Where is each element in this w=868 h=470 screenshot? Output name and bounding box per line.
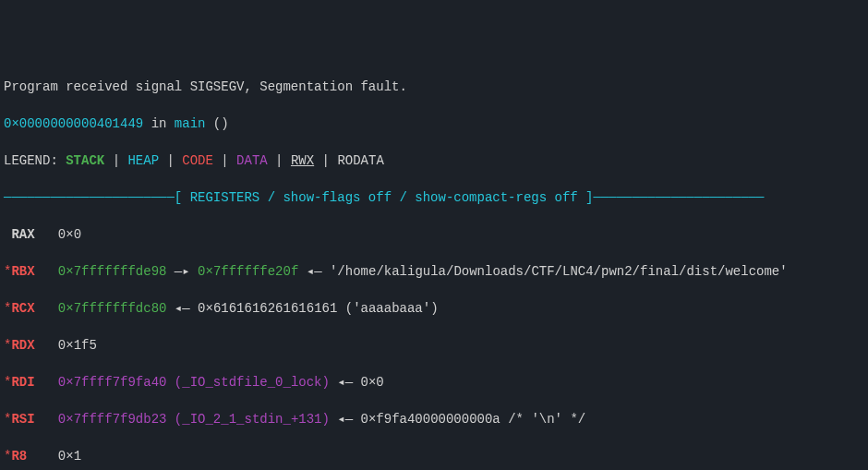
reg-val-rcx: 0×7fffffffdc80 (58, 301, 167, 316)
reg-tail-rsi: 0×f9fa40000000000a /* '\n' */ (361, 412, 586, 427)
legend-rwx: RWX (291, 153, 314, 168)
pipe-5: | (314, 153, 337, 168)
pipe-4: | (268, 153, 291, 168)
reg-name-rdx: RDX (11, 338, 34, 353)
reg-rdi: *RDI 0×7ffff7f9fa40 (_IO_stdfile_0_lock)… (4, 373, 864, 392)
legend-data: DATA (236, 153, 268, 168)
reg-name-rsi: RSI (11, 412, 34, 427)
crash-paren: () (205, 116, 228, 131)
reg-val-rdi: 0×7ffff7f9fa40 (_IO_stdfile_0_lock) (58, 375, 330, 390)
reg-tail-rbx: '/home/kaligula/Downloads/CTF/LNC4/pwn2/… (330, 264, 788, 279)
reg-val-rbx1: 0×7fffffffde98 (58, 264, 167, 279)
reg-val-rdx: 0×1f5 (58, 338, 97, 353)
reg-val-r8: 0×1 (58, 449, 81, 464)
arrow-left-icon-4: ◂— (330, 412, 361, 427)
legend-rodata: RODATA (337, 153, 383, 168)
section-header-registers: ──────────────────────[ REGISTERS / show… (4, 188, 864, 207)
reg-name-rax: RAX (4, 227, 35, 242)
reg-name-rbx: RBX (11, 264, 34, 279)
reg-tail-rcx: 0×6161616261616161 ('aaaabaaa') (198, 301, 438, 316)
reg-rcx: *RCX 0×7fffffffdc80 ◂— 0×616161626161616… (4, 299, 864, 318)
crash-addr: 0×0000000000401449 (4, 116, 143, 131)
reg-val-rax: 0×0 (58, 227, 81, 242)
reg-rdx: *RDX 0×1f5 (4, 336, 864, 355)
arrow-left-icon-3: ◂— (330, 375, 361, 390)
reg-name-rcx: RCX (11, 301, 34, 316)
pipe-2: | (159, 153, 182, 168)
reg-name-rdi: RDI (11, 375, 34, 390)
reg-val-rbx2: 0×7ffffffe20f (198, 264, 298, 279)
legend-stack: STACK (66, 153, 104, 168)
signal-text: Program received signal SIGSEGV, Segment… (4, 79, 407, 94)
legend-heap: HEAP (127, 153, 159, 168)
reg-tail-rdi: 0×0 (361, 375, 384, 390)
pipe-3: | (213, 153, 236, 168)
arrow-left-icon: ◂— (298, 264, 330, 279)
reg-rbx: *RBX 0×7fffffffde98 —▸ 0×7ffffffe20f ◂— … (4, 262, 864, 281)
crash-func: main (175, 116, 206, 131)
reg-rax: RAX 0×0 (4, 225, 864, 244)
legend-label: LEGEND: (4, 153, 66, 168)
reg-r8: *R8 0×1 (4, 447, 864, 465)
reg-name-r8: R8 (11, 449, 27, 464)
legend-code: CODE (182, 153, 213, 168)
legend-line: LEGEND: STACK | HEAP | CODE | DATA | RWX… (4, 151, 864, 170)
arrow-right-icon: —▸ (166, 264, 198, 279)
crash-location: 0×0000000000401449 in main () (4, 114, 864, 133)
pipe-1: | (104, 153, 127, 168)
registers-title: REGISTERS / show-flags off / show-compac… (182, 190, 585, 205)
arrow-left-icon-2: ◂— (166, 301, 198, 316)
reg-rsi: *RSI 0×7ffff7f9db23 (_IO_2_1_stdin_+131)… (4, 410, 864, 428)
reg-val-rsi: 0×7ffff7f9db23 (_IO_2_1_stdin_+131) (58, 412, 330, 427)
in-text: in (143, 116, 175, 131)
signal-line: Program received signal SIGSEGV, Segment… (4, 78, 864, 96)
